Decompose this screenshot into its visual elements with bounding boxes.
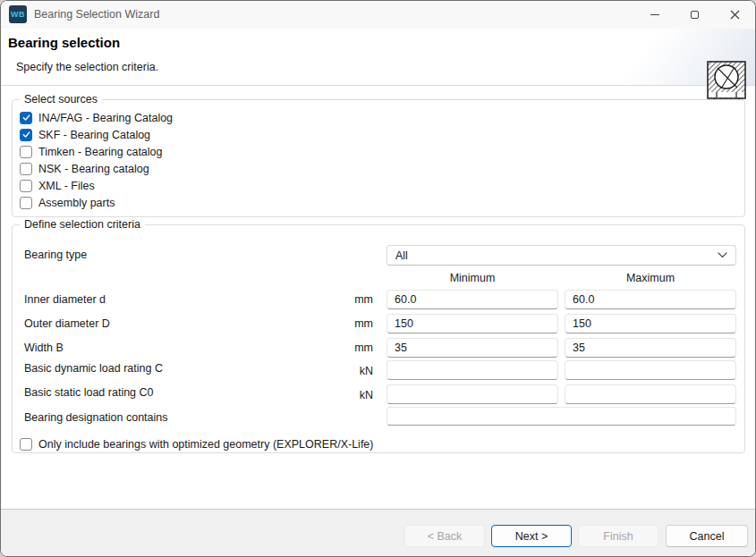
page-title: Bearing selection bbox=[8, 35, 120, 50]
minimize-icon bbox=[650, 14, 659, 15]
selection-criteria-group: Define selection criteria Bearing type A… bbox=[12, 224, 745, 453]
bearing-type-select[interactable]: All bbox=[386, 245, 736, 266]
source-label: INA/FAG - Bearing Catalog bbox=[38, 112, 173, 124]
titlebar: WB Bearing Selection Wizard bbox=[1, 1, 755, 29]
source-row-nsk[interactable]: NSK - Bearing catalog bbox=[20, 160, 173, 177]
source-row-ina-fag[interactable]: INA/FAG - Bearing Catalog bbox=[20, 109, 173, 126]
checkbox[interactable] bbox=[20, 438, 32, 451]
dynamic-load-max-input[interactable] bbox=[565, 360, 736, 380]
checkbox[interactable] bbox=[20, 197, 32, 209]
designation-label: Bearing designation contains bbox=[24, 411, 168, 424]
checkbox[interactable] bbox=[20, 112, 32, 124]
dynamic-load-unit: kN bbox=[346, 365, 373, 377]
outer-diameter-min-input[interactable] bbox=[386, 314, 558, 333]
bearing-selection-wizard-window: WB Bearing Selection Wizard Bearing sele… bbox=[0, 0, 756, 557]
inner-diameter-min-input[interactable] bbox=[386, 290, 558, 309]
close-button[interactable] bbox=[715, 1, 755, 29]
static-load-unit: kN bbox=[346, 389, 373, 401]
wizard-header: Bearing selection Specify the selection … bbox=[1, 29, 755, 86]
outer-diameter-max-input[interactable] bbox=[565, 314, 736, 333]
inner-diameter-label: Inner diameter d bbox=[24, 293, 106, 306]
close-icon bbox=[730, 10, 740, 20]
next-button[interactable]: Next > bbox=[491, 525, 572, 547]
checkbox[interactable] bbox=[20, 163, 32, 175]
source-row-xml[interactable]: XML - Files bbox=[20, 177, 173, 194]
checkbox[interactable] bbox=[20, 180, 32, 192]
maximize-icon bbox=[691, 11, 699, 19]
outer-diameter-label: Outer diameter D bbox=[24, 317, 110, 330]
source-label: NSK - Bearing catalog bbox=[38, 163, 149, 175]
inner-diameter-max-input[interactable] bbox=[565, 290, 736, 309]
outer-diameter-unit: mm bbox=[346, 317, 373, 330]
width-unit: mm bbox=[346, 342, 373, 354]
designation-input[interactable] bbox=[386, 407, 736, 426]
maximum-column-header: Maximum bbox=[565, 272, 736, 284]
dynamic-load-min-input[interactable] bbox=[386, 360, 558, 380]
cancel-button[interactable]: Cancel bbox=[666, 525, 748, 547]
source-row-timken[interactable]: Timken - Bearing catalog bbox=[20, 143, 173, 160]
page-subtitle: Specify the selection criteria. bbox=[16, 61, 158, 73]
bearing-type-label: Bearing type bbox=[24, 249, 87, 261]
source-label: Timken - Bearing catalog bbox=[38, 146, 163, 158]
check-icon bbox=[21, 113, 31, 122]
width-label: Width B bbox=[24, 342, 64, 354]
group-label: Select sources bbox=[20, 93, 102, 105]
source-row-assembly-parts[interactable]: Assembly parts bbox=[20, 194, 173, 211]
finish-button[interactable]: Finish bbox=[578, 525, 658, 547]
source-list: INA/FAG - Bearing Catalog SKF - Bearing … bbox=[20, 109, 173, 211]
chevron-down-icon bbox=[718, 252, 727, 258]
optimized-geometry-label: Only include bearings with optimized geo… bbox=[38, 438, 373, 451]
static-load-max-input[interactable] bbox=[565, 384, 736, 404]
back-button[interactable]: < Back bbox=[404, 525, 485, 547]
source-label: SKF - Bearing Catalog bbox=[38, 129, 150, 141]
optimized-geometry-row[interactable]: Only include bearings with optimized geo… bbox=[20, 436, 373, 452]
width-min-input[interactable] bbox=[386, 338, 558, 358]
group-label: Define selection criteria bbox=[20, 218, 145, 231]
bearing-type-value: All bbox=[395, 249, 408, 262]
window-controls bbox=[634, 1, 755, 29]
source-label: Assembly parts bbox=[38, 197, 115, 209]
check-icon bbox=[21, 130, 31, 139]
width-max-input[interactable] bbox=[565, 338, 736, 358]
app-icon: WB bbox=[9, 5, 27, 23]
checkbox[interactable] bbox=[20, 146, 32, 158]
static-load-label: Basic static load rating C0 bbox=[24, 386, 154, 399]
maximize-button[interactable] bbox=[675, 1, 715, 29]
checkbox[interactable] bbox=[20, 129, 32, 141]
minimum-column-header: Minimum bbox=[386, 272, 558, 284]
source-row-skf[interactable]: SKF - Bearing Catalog bbox=[20, 126, 173, 143]
footer-bar: < Back Next > Finish Cancel bbox=[1, 509, 755, 557]
inner-diameter-unit: mm bbox=[346, 293, 373, 306]
static-load-min-input[interactable] bbox=[386, 384, 558, 404]
source-label: XML - Files bbox=[38, 180, 95, 192]
select-sources-group: Select sources INA/FAG - Bearing Catalog… bbox=[12, 99, 745, 217]
minimize-button[interactable] bbox=[634, 1, 675, 29]
dynamic-load-label: Basic dynamic load rating C bbox=[24, 362, 163, 375]
window-title: Bearing Selection Wizard bbox=[34, 8, 159, 21]
